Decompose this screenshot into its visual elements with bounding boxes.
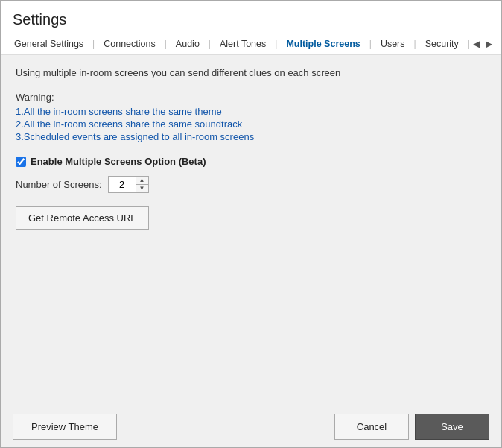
get-remote-access-url-button[interactable]: Get Remote Access URL <box>16 206 149 230</box>
tab-nav-next[interactable]: ▶ <box>483 37 495 51</box>
warning-list: 1.All the in-room screens share the same… <box>16 106 486 142</box>
tab-security[interactable]: Security <box>418 34 466 54</box>
tab-alert-tones[interactable]: Alert Tones <box>212 34 273 54</box>
tab-bar: General Settings|Connections|Audio|Alert… <box>1 34 501 55</box>
warning-section: Warning: 1.All the in-room screens share… <box>16 92 486 142</box>
screens-input[interactable] <box>109 177 136 192</box>
tab-separator: | <box>91 40 96 48</box>
tab-separator: | <box>207 40 212 48</box>
warning-list-item: 3.Scheduled events are assigned to all i… <box>16 131 486 142</box>
screens-row: Number of Screens: ▲ ▼ <box>16 176 486 193</box>
spinner-up-btn[interactable]: ▲ <box>136 177 148 185</box>
tab-separator: | <box>163 40 168 48</box>
enable-multiple-screens-checkbox[interactable] <box>16 157 26 167</box>
enable-multiple-screens-label[interactable]: Enable Multiple Screens Option (Beta) <box>31 156 206 167</box>
settings-window: Settings General Settings|Connections|Au… <box>0 0 502 448</box>
preview-theme-button[interactable]: Preview Theme <box>13 414 117 440</box>
enable-option-row: Enable Multiple Screens Option (Beta) <box>16 156 486 167</box>
tab-general[interactable]: General Settings <box>7 34 91 54</box>
screens-label: Number of Screens: <box>16 179 102 190</box>
screens-spinner[interactable]: ▲ ▼ <box>108 176 149 193</box>
title-bar: Settings <box>1 1 501 34</box>
tab-multiple-screens[interactable]: Multiple Screens <box>279 34 367 54</box>
warning-list-item: 1.All the in-room screens share the same… <box>16 106 486 117</box>
save-button[interactable]: Save <box>415 414 489 440</box>
cancel-button[interactable]: Cancel <box>334 414 409 440</box>
page-title: Settings <box>13 11 489 28</box>
tab-separator: | <box>368 40 373 48</box>
footer-right: Cancel Save <box>334 414 489 440</box>
tab-connections[interactable]: Connections <box>96 34 163 54</box>
spinner-down-btn[interactable]: ▼ <box>136 185 148 192</box>
content-area: Using multiple in-room screens you can s… <box>1 55 501 406</box>
footer: Preview Theme Cancel Save <box>1 406 501 447</box>
tab-separator: | <box>273 40 279 48</box>
tab-audio[interactable]: Audio <box>168 34 207 54</box>
spinner-buttons: ▲ ▼ <box>136 177 148 192</box>
warning-list-item: 2.All the in-room screens share the same… <box>16 119 486 130</box>
tab-nav-prev[interactable]: ◀ <box>470 37 483 51</box>
footer-left: Preview Theme <box>13 414 117 440</box>
tab-users[interactable]: Users <box>373 34 413 54</box>
info-text: Using multiple in-room screens you can s… <box>16 67 486 78</box>
tab-separator: | <box>413 40 418 48</box>
warning-title: Warning: <box>16 92 486 103</box>
